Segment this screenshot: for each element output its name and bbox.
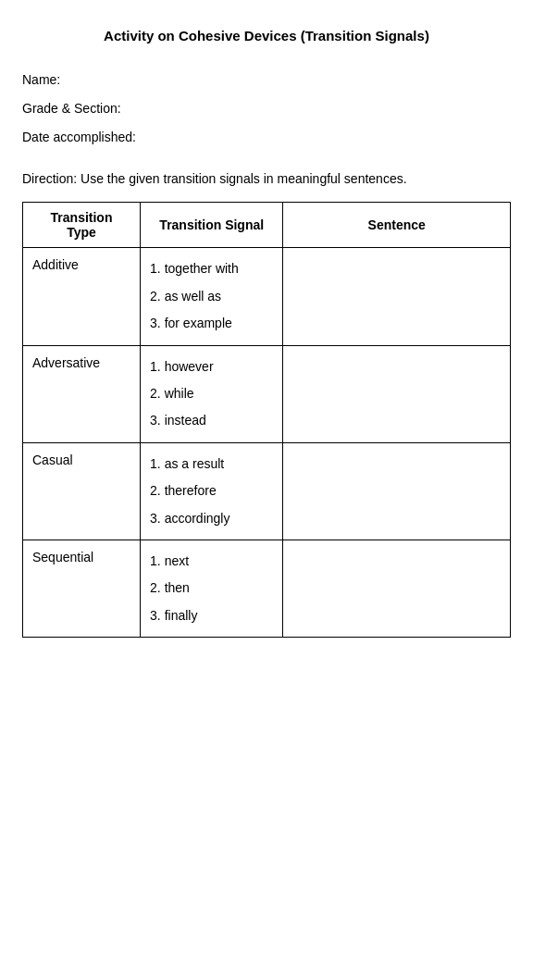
sentence-cell-0: [283, 248, 511, 345]
signal-item: 1. next: [150, 548, 273, 575]
type-cell-3: Sequential: [23, 540, 141, 637]
table-row: Casual1. as a result2. therefore3. accor…: [23, 442, 511, 540]
signal-item: 2. while: [150, 380, 273, 407]
signal-item: 2. then: [150, 575, 273, 602]
signal-item: 1. as a result: [150, 451, 273, 478]
transition-table: TransitionType Transition Signal Sentenc…: [22, 202, 511, 638]
sentence-cell-3: [283, 540, 511, 637]
type-cell-0: Additive: [23, 248, 141, 345]
signal-item: 3. accordingly: [150, 505, 273, 532]
table-header-row: TransitionType Transition Signal Sentenc…: [23, 203, 511, 248]
signal-item: 3. for example: [150, 310, 273, 337]
signal-cell-0: 1. together with2. as well as3. for exam…: [141, 248, 283, 345]
page-title: Activity on Cohesive Devices (Transition…: [22, 19, 511, 43]
grade-label: Grade & Section:: [22, 94, 511, 123]
signal-cell-3: 1. next2. then3. finally: [141, 540, 283, 637]
signal-cell-2: 1. as a result2. therefore3. accordingly: [141, 442, 283, 540]
table-row: Additive1. together with2. as well as3. …: [23, 248, 511, 345]
date-label: Date accomplished:: [22, 123, 511, 152]
signal-item: 1. together with: [150, 255, 273, 282]
direction-text: Direction: Use the given transition sign…: [22, 169, 511, 189]
table-row: Sequential1. next2. then3. finally: [23, 540, 511, 637]
name-label: Name:: [22, 66, 511, 94]
type-cell-2: Casual: [23, 442, 141, 540]
signal-item: 3. finally: [150, 602, 273, 629]
col-header-signal: Transition Signal: [141, 203, 283, 248]
sentence-cell-2: [283, 442, 511, 540]
table-row: Adversative1. however2. while3. instead: [23, 345, 511, 442]
info-section: Name: Grade & Section: Date accomplished…: [22, 66, 511, 151]
signal-item: 2. therefore: [150, 478, 273, 504]
signal-item: 1. however: [150, 354, 273, 380]
signal-item: 2. as well as: [150, 283, 273, 310]
signal-item: 3. instead: [150, 407, 273, 434]
col-header-type: TransitionType: [23, 203, 141, 248]
type-cell-1: Adversative: [23, 345, 141, 442]
sentence-cell-1: [283, 345, 511, 442]
col-header-sentence: Sentence: [283, 203, 511, 248]
signal-cell-1: 1. however2. while3. instead: [141, 345, 283, 442]
